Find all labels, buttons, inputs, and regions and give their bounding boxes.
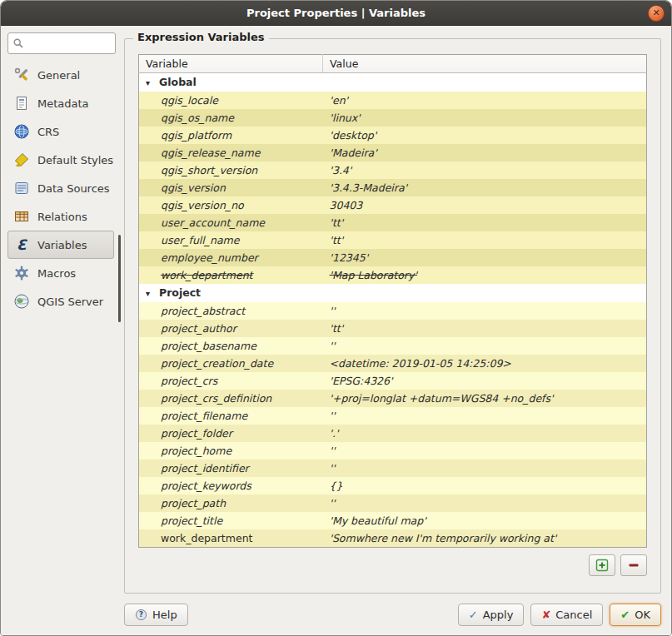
add-variable-button[interactable] bbox=[589, 554, 615, 576]
variable-row-user_full_name[interactable]: user_full_name'tt' bbox=[139, 231, 647, 249]
collapse-triangle-icon[interactable]: ▾ bbox=[146, 286, 159, 301]
variable-name: qgis_os_name bbox=[146, 111, 316, 125]
variable-row-qgis_locale[interactable]: qgis_locale'en' bbox=[139, 92, 647, 109]
svg-text:?: ? bbox=[139, 610, 143, 619]
variable-row-project_crs_definition[interactable]: project_crs_definition'+proj=longlat +da… bbox=[139, 390, 647, 407]
metadata-icon bbox=[13, 95, 30, 112]
variable-name: project_abstract bbox=[146, 304, 316, 318]
variable-row-project_home[interactable]: project_home'' bbox=[139, 442, 647, 460]
variable-row-project_crs[interactable]: project_crs'EPSG:4326' bbox=[139, 372, 647, 390]
apply-check-icon: ✓ bbox=[469, 609, 478, 620]
variable-row-employee_number[interactable]: employee_number'12345' bbox=[139, 249, 647, 266]
close-icon: ✕ bbox=[652, 7, 660, 18]
relations-icon bbox=[13, 208, 30, 225]
variable-row-qgis_version_no[interactable]: qgis_version_no30403 bbox=[139, 196, 647, 214]
variable-row-qgis_short_version[interactable]: qgis_short_version'3.4' bbox=[139, 161, 647, 179]
variable-name: user_full_name bbox=[146, 233, 316, 247]
close-button[interactable]: ✕ bbox=[648, 5, 665, 22]
variable-row-project_basename[interactable]: project_basename'' bbox=[139, 337, 647, 355]
cancel-button-label: Cancel bbox=[555, 609, 592, 621]
variable-row-project_path[interactable]: project_path'' bbox=[139, 494, 647, 512]
sidebar-item-crs[interactable]: CRS bbox=[7, 117, 114, 146]
sidebar-search bbox=[7, 32, 116, 54]
variable-value: 'EPSG:4326' bbox=[330, 374, 640, 388]
variable-value: 'My beautiful map' bbox=[330, 514, 640, 528]
variable-value: '+proj=longlat +datum=WGS84 +no_defs' bbox=[330, 391, 640, 405]
variable-row-qgis_version[interactable]: qgis_version'3.4.3-Madeira' bbox=[139, 179, 647, 196]
ok-button[interactable]: ✔ OK bbox=[610, 604, 661, 626]
variable-value: '' bbox=[330, 444, 640, 458]
variable-row-project_filename[interactable]: project_filename'' bbox=[139, 407, 647, 425]
variable-row-project_folder[interactable]: project_folder'.' bbox=[139, 425, 647, 442]
help-button[interactable]: ? Help bbox=[124, 604, 188, 626]
variable-row-project_abstract[interactable]: project_abstract'' bbox=[139, 302, 647, 320]
variable-row-project_creation_date[interactable]: project_creation_date<datetime: 2019-01-… bbox=[139, 355, 647, 372]
cancel-button[interactable]: ✘ Cancel bbox=[530, 604, 603, 626]
sidebar-item-relations[interactable]: Relations bbox=[7, 202, 114, 231]
wrench-icon bbox=[13, 67, 30, 83]
group-row-global[interactable]: ▾Global bbox=[139, 73, 647, 92]
variable-value: '.' bbox=[330, 426, 640, 440]
variable-row-work_department[interactable]: work_department'Map Laboratory' bbox=[139, 266, 647, 284]
variable-name: project_creation_date bbox=[146, 356, 316, 370]
sidebar-item-general[interactable]: General bbox=[7, 61, 114, 89]
variable-name: project_author bbox=[146, 321, 316, 335]
collapse-triangle-icon[interactable]: ▾ bbox=[146, 76, 159, 90]
help-button-label: Help bbox=[152, 609, 177, 621]
ok-button-label: OK bbox=[635, 609, 650, 621]
group-name: Global bbox=[159, 76, 197, 88]
variable-row-qgis_release_name[interactable]: qgis_release_name'Madeira' bbox=[139, 144, 647, 161]
data-sources-icon bbox=[13, 180, 30, 196]
main-panel: Expression Variables Variable Value ▾Glo… bbox=[124, 31, 661, 627]
variable-row-project_keywords[interactable]: project_keywords{} bbox=[139, 477, 647, 494]
variable-name: qgis_short_version bbox=[146, 163, 316, 177]
variable-row-user_account_name[interactable]: user_account_name'tt' bbox=[139, 214, 647, 231]
variable-value: 30403 bbox=[330, 198, 640, 212]
sidebar-item-label: Default Styles bbox=[37, 154, 113, 166]
variable-row-work_department[interactable]: work_department'Somwhere new I'm tempora… bbox=[139, 529, 647, 548]
variable-name: project_title bbox=[146, 514, 316, 528]
variable-name: project_filename bbox=[146, 409, 316, 423]
variable-value: 'tt' bbox=[330, 233, 640, 247]
variable-value: 'en' bbox=[330, 93, 640, 107]
sidebar-item-data-sources[interactable]: Data Sources bbox=[7, 174, 114, 202]
table-actions bbox=[138, 554, 647, 576]
variable-value: '12345' bbox=[330, 251, 640, 265]
variable-row-qgis_platform[interactable]: qgis_platform'desktop' bbox=[139, 127, 647, 144]
sidebar-item-default-styles[interactable]: Default Styles bbox=[7, 146, 114, 174]
variable-row-project_identifier[interactable]: project_identifier'' bbox=[139, 460, 647, 477]
sidebar-item-label: Relations bbox=[37, 211, 87, 223]
variable-name: employee_number bbox=[146, 251, 316, 265]
sidebar-item-macros[interactable]: Macros bbox=[7, 259, 114, 287]
titlebar: Project Properties | Variables ✕ bbox=[1, 1, 671, 26]
remove-variable-button[interactable] bbox=[620, 554, 647, 576]
sidebar-item-metadata[interactable]: Metadata bbox=[7, 89, 114, 117]
svg-text:Ɛ: Ɛ bbox=[17, 236, 27, 253]
variable-name: qgis_release_name bbox=[146, 146, 316, 160]
group-row-project[interactable]: ▾Project bbox=[139, 284, 647, 302]
variable-name: qgis_version bbox=[146, 181, 316, 195]
column-header-value[interactable]: Value bbox=[323, 55, 647, 73]
variable-value: 'desktop' bbox=[330, 128, 640, 142]
variable-value: 'Madeira' bbox=[330, 146, 640, 160]
column-header-variable[interactable]: Variable bbox=[139, 55, 323, 73]
variable-value: <datetime: 2019-01-05 14:25:09> bbox=[330, 356, 640, 370]
globe-icon bbox=[13, 123, 30, 140]
variable-value: 'tt' bbox=[330, 216, 640, 230]
sidebar-scrollbar[interactable] bbox=[118, 235, 121, 322]
variable-row-project_author[interactable]: project_author'tt' bbox=[139, 320, 647, 337]
variable-value: '' bbox=[330, 409, 640, 423]
sidebar-item-qgis-server[interactable]: QGIS Server bbox=[7, 287, 114, 316]
variable-name: work_department bbox=[146, 531, 316, 545]
sidebar-item-variables[interactable]: ƐVariables bbox=[7, 231, 114, 259]
variable-value: 'Map Laboratory' bbox=[330, 268, 640, 282]
variable-name: project_crs_definition bbox=[146, 391, 316, 405]
apply-button[interactable]: ✓ Apply bbox=[458, 604, 525, 626]
variable-name: qgis_platform bbox=[146, 128, 316, 142]
group-name: Project bbox=[159, 286, 201, 299]
variable-row-qgis_os_name[interactable]: qgis_os_name'linux' bbox=[139, 109, 647, 127]
window-title: Project Properties | Variables bbox=[246, 7, 426, 19]
sidebar-item-label: CRS bbox=[37, 126, 59, 138]
variable-row-project_title[interactable]: project_title'My beautiful map' bbox=[139, 512, 647, 529]
variable-name: project_home bbox=[146, 444, 316, 458]
